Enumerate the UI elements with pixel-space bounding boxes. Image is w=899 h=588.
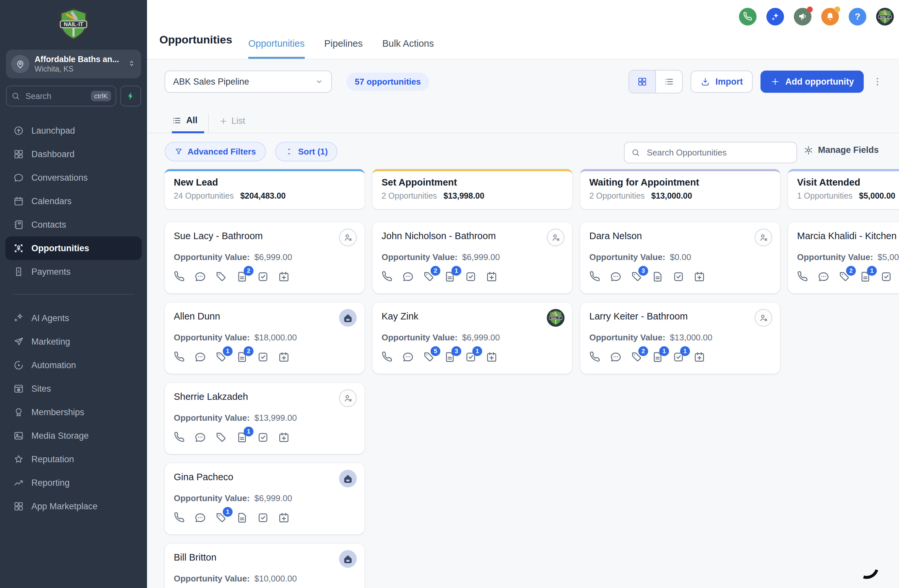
tab-all[interactable]: All [172,115,204,133]
import-button[interactable]: Import [690,71,753,93]
phone-action-icon[interactable] [381,270,393,283]
opportunity-card-kay-zink[interactable]: Kay ZinkNAIL·ITOpportunity Value:$6,999.… [372,302,572,374]
message-action-icon[interactable] [194,351,207,363]
opportunity-card-allen-dunn[interactable]: Allen DunnOpportunity Value:$18,000.0012 [165,302,365,374]
phone-action-icon[interactable] [173,270,185,283]
opportunities-search-input[interactable] [646,147,790,159]
sidebar-item-opportunities[interactable]: Opportunities [5,236,142,260]
task-action-icon[interactable] [257,351,269,363]
task-action-icon[interactable] [880,270,893,283]
notifications-bell-button[interactable] [821,8,839,25]
task-action-icon[interactable] [465,270,477,283]
calendar-action-icon[interactable] [278,512,290,524]
note-action-icon[interactable]: 1 [859,270,871,283]
calendar-action-icon[interactable] [693,351,706,363]
megaphone-button[interactable] [794,8,811,25]
tag-action-icon[interactable] [215,270,227,283]
tag-action-icon[interactable] [215,431,227,444]
unassigned-owner-avatar[interactable] [547,229,564,246]
message-action-icon[interactable] [194,431,207,444]
task-action-icon[interactable] [257,431,269,444]
add-list-tab-button[interactable]: List [209,116,245,133]
list-view-button[interactable] [655,71,682,93]
more-options-button[interactable] [871,71,883,93]
phone-action-icon[interactable] [796,270,809,283]
phone-action-icon[interactable] [589,351,601,363]
note-action-icon[interactable] [236,512,248,524]
note-action-icon[interactable]: 1 [443,270,456,283]
message-action-icon[interactable] [817,270,830,283]
add-opportunity-button[interactable]: Add opportunity [760,71,864,93]
sidebar-item-reputation[interactable]: Reputation [5,448,142,471]
sidebar-item-calendars[interactable]: Calendars [5,190,142,213]
calendar-action-icon[interactable] [278,270,290,283]
tag-action-icon[interactable]: 1 [215,512,227,524]
sidebar-item-dashboard[interactable]: Dashboard [5,142,142,166]
grid-view-button[interactable] [629,71,655,93]
task-action-icon[interactable]: 1 [672,351,685,363]
tag-action-icon[interactable]: 1 [215,351,227,363]
owner-avatar[interactable] [339,470,357,488]
message-action-icon[interactable] [402,270,414,283]
tag-action-icon[interactable]: 3 [630,270,643,283]
quick-actions-button[interactable] [120,86,141,106]
phone-button[interactable] [739,8,757,25]
tab-bulk-actions[interactable]: Bulk Actions [382,29,434,59]
unassigned-owner-avatar[interactable] [339,389,357,407]
sidebar-item-conversations[interactable]: Conversations [5,166,142,190]
note-action-icon[interactable]: 2 [236,351,248,363]
phone-action-icon[interactable] [381,351,393,363]
opportunity-card-marcia-khalidi-kitchen[interactable]: Marcia Khalidi - KitchenOpportunity Valu… [788,222,899,293]
account-switcher[interactable]: Affordable Baths an... Wichita, KS [6,49,141,79]
note-action-icon[interactable]: 2 [236,270,248,283]
tag-action-icon[interactable]: 2 [838,270,851,283]
tag-action-icon[interactable]: 2 [630,351,643,363]
phone-action-icon[interactable] [173,351,185,363]
opportunity-card-bill-britton[interactable]: Bill BrittonOpportunity Value:$10,000.00 [165,543,365,588]
task-action-icon[interactable] [257,512,269,524]
opportunity-card-sue-lacy-bathroom[interactable]: Sue Lacy - BathroomOpportunity Value:$6,… [165,222,365,293]
sidebar-item-ai-agents[interactable]: AI Agents [5,306,142,330]
tab-opportunities[interactable]: Opportunities [248,29,305,59]
manage-fields-button[interactable]: Manage Fields [803,145,879,155]
message-action-icon[interactable] [402,351,414,363]
opportunity-card-larry-keiter-bathroom[interactable]: Larry Keiter - BathroomOpportunity Value… [580,302,780,374]
tag-action-icon[interactable]: 5 [423,351,435,363]
sidebar-item-automation[interactable]: Automation [5,353,142,377]
sidebar-item-memberships[interactable]: Memberships [5,400,142,424]
sidebar-item-launchpad[interactable]: Launchpad [5,119,142,142]
phone-action-icon[interactable] [173,512,185,524]
opportunity-card-john-nicholson-bathroom[interactable]: John Nicholson - BathroomOpportunity Val… [372,222,572,293]
tag-action-icon[interactable]: 2 [423,270,435,283]
calendar-action-icon[interactable] [485,270,498,283]
calendar-action-icon[interactable] [278,351,290,363]
pipeline-select[interactable]: ABK Sales Pipeline [165,71,332,93]
note-action-icon[interactable]: 1 [236,431,248,444]
message-action-icon[interactable] [610,270,622,283]
sidebar-item-media-storage[interactable]: Media Storage [5,424,142,448]
task-action-icon[interactable] [257,270,269,283]
message-action-icon[interactable] [194,270,207,283]
calendar-action-icon[interactable] [485,351,498,363]
help-button[interactable]: ? [849,8,867,25]
opportunity-card-gina-pacheco[interactable]: Gina PachecoOpportunity Value:$6,999.001 [165,463,365,534]
task-action-icon[interactable]: 1 [465,351,477,363]
sidebar-item-sites[interactable]: Sites [5,377,142,400]
sidebar-item-payments[interactable]: $Payments [5,260,142,284]
advanced-filters-button[interactable]: Advanced Filters [165,142,266,161]
sidebar-search[interactable]: ctrlK [6,86,116,106]
opportunity-card-sherrie-lakzadeh[interactable]: Sherrie LakzadehOpportunity Value:$13,99… [165,383,365,454]
phone-action-icon[interactable] [589,270,601,283]
sidebar-item-reporting[interactable]: Reporting [5,471,142,495]
tab-pipelines[interactable]: Pipelines [324,29,363,59]
note-action-icon[interactable] [651,270,664,283]
task-action-icon[interactable] [672,270,685,283]
calendar-action-icon[interactable] [693,270,706,283]
sort-button[interactable]: Sort (1) [275,142,337,161]
unassigned-owner-avatar[interactable] [755,309,772,327]
sidebar-item-marketing[interactable]: Marketing [5,330,142,353]
owner-avatar[interactable] [339,309,357,327]
owner-avatar[interactable]: NAIL·IT [547,309,564,327]
message-action-icon[interactable] [610,351,622,363]
note-action-icon[interactable]: 1 [651,351,664,363]
